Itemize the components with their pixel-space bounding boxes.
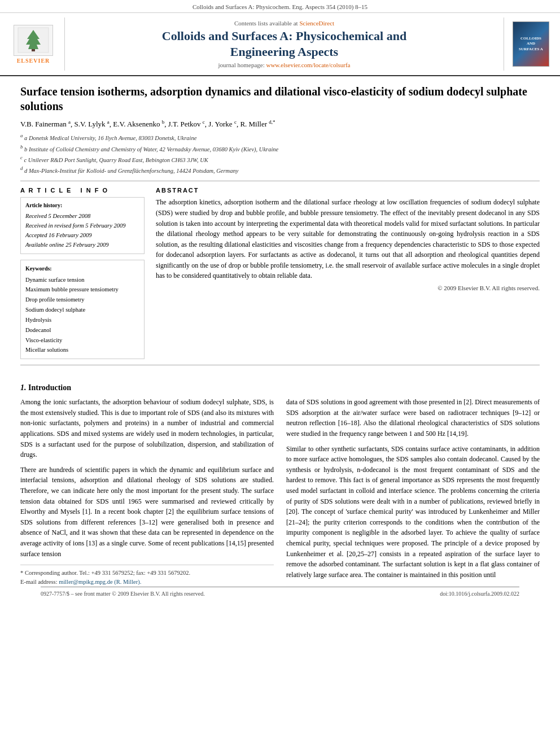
elsevier-tree-icon bbox=[17, 27, 50, 54]
journal-header: ELSEVIER Contents lists available at Sci… bbox=[0, 13, 560, 76]
revised-date: Received in revised form 5 February 2009 bbox=[25, 221, 139, 231]
keyword-4: Sodium dodecyl sulphate bbox=[25, 305, 139, 315]
keywords-heading: Keywords: bbox=[25, 264, 139, 273]
email-link[interactable]: miller@mpikg.mpg.de (R. Miller). bbox=[59, 579, 141, 585]
article-title: Surface tension isotherms, adsorption dy… bbox=[20, 84, 540, 113]
footnote-section: * Corresponding author. Tel.: +49 331 56… bbox=[20, 565, 274, 587]
divider-after-abstract bbox=[20, 365, 540, 365]
affiliation-d: d d Max-Planck-Institut für Kolloid- und… bbox=[20, 165, 540, 175]
accepted-date: Accepted 16 February 2009 bbox=[25, 231, 139, 241]
article-history-heading: Article history: bbox=[25, 201, 139, 210]
keyword-5: Hydrolysis bbox=[25, 315, 139, 325]
keyword-7: Visco-elasticity bbox=[25, 335, 139, 346]
abstract-heading: ABSTRACT bbox=[156, 187, 540, 194]
keyword-1: Dynamic surface tension bbox=[25, 275, 139, 285]
abstract-text: The adsorption kinetics, adsorption isot… bbox=[156, 197, 540, 281]
section-1-title: 1. Introduction bbox=[20, 383, 540, 392]
logo-box bbox=[14, 25, 53, 56]
affiliations: a a Donetsk Medical University, 16 Ilych… bbox=[20, 132, 540, 175]
cover-text: COLLOIDSANDSURFACES A bbox=[519, 36, 543, 51]
body-two-col: Among the ionic surfactants, the adsorpt… bbox=[20, 397, 540, 586]
intro-para-4: Similar to other synthetic surfactants, … bbox=[286, 444, 540, 580]
elsevier-logo: ELSEVIER bbox=[14, 25, 53, 64]
journal-header-left: ELSEVIER bbox=[8, 18, 59, 71]
available-date: Available online 25 February 2009 bbox=[25, 241, 139, 250]
journal-cover-image: COLLOIDSANDSURFACES A bbox=[513, 21, 549, 67]
affiliation-c: c c Unilever R&D Port Sunlight, Quarry R… bbox=[20, 154, 540, 164]
email-label: E-mail address: bbox=[20, 579, 58, 585]
footer-copyright: 0927-7757/$ – see front matter © 2009 El… bbox=[41, 591, 205, 597]
copyright-line: © 2009 Elsevier B.V. All rights reserved… bbox=[156, 285, 540, 291]
journal-header-center: Contents lists available at ScienceDirec… bbox=[64, 18, 504, 71]
journal-homepage: journal homepage: www.elsevier.com/locat… bbox=[71, 62, 498, 68]
affiliation-a: a a Donetsk Medical University, 16 Ilych… bbox=[20, 132, 540, 142]
journal-title: Colloids and Surfaces A: Physicochemical… bbox=[71, 28, 498, 59]
footer-doi: doi:10.1016/j.colsurfa.2009.02.022 bbox=[440, 591, 519, 597]
article-content: Surface tension isotherms, adsorption dy… bbox=[0, 76, 560, 379]
sciencedirect-link: Contents lists available at ScienceDirec… bbox=[71, 20, 498, 27]
article-info-abstract-section: A R T I C L E I N F O Article history: R… bbox=[20, 187, 540, 359]
divider-after-affiliations bbox=[20, 181, 540, 181]
keyword-2: Maximum bubble pressure tensiometry bbox=[25, 285, 139, 295]
intro-para-2: There are hundreds of scientific papers … bbox=[20, 465, 274, 559]
keyword-6: Dodecanol bbox=[25, 325, 139, 335]
section-1-number: 1. bbox=[20, 383, 27, 392]
keywords-block: Keywords: Dynamic surface tension Maximu… bbox=[20, 260, 145, 360]
keyword-3: Drop profile tensiometry bbox=[25, 295, 139, 305]
journal-citation: Colloids and Surfaces A: Physicochem. En… bbox=[193, 3, 368, 10]
body-col-left: Among the ionic surfactants, the adsorpt… bbox=[20, 397, 274, 586]
email-line: E-mail address: miller@mpikg.mpg.de (R. … bbox=[20, 578, 274, 587]
keyword-8: Micellar solutions bbox=[25, 345, 139, 355]
received-date: Received 5 December 2008 bbox=[25, 212, 139, 221]
page-container: Colloids and Surfaces A: Physicochem. En… bbox=[0, 0, 560, 747]
homepage-url[interactable]: www.elsevier.com/locate/colsurfa bbox=[266, 62, 350, 68]
affiliation-b: b b Institute of Colloid Chemistry and C… bbox=[20, 143, 540, 154]
svg-rect-2 bbox=[32, 49, 35, 51]
article-info-block: Article history: Received 5 December 200… bbox=[20, 197, 145, 254]
elsevier-brand-text: ELSEVIER bbox=[17, 58, 50, 64]
authors-line: V.B. Fainerman a, S.V. Lylyk a, E.V. Aks… bbox=[20, 119, 540, 129]
article-body: 1. Introduction Among the ionic surfacta… bbox=[0, 379, 560, 610]
body-col-right: data of SDS solutions in good agreement … bbox=[286, 397, 540, 586]
journal-header-right: COLLOIDSANDSURFACES A bbox=[510, 18, 552, 71]
footer-bar: 0927-7757/$ – see front matter © 2009 El… bbox=[41, 587, 519, 599]
right-col: ABSTRACT The adsorption kinetics, adsorp… bbox=[156, 187, 540, 359]
footnote-text: * Corresponding author. Tel.: +49 331 56… bbox=[20, 569, 274, 578]
sciencedirect-url[interactable]: ScienceDirect bbox=[299, 20, 334, 27]
article-info-heading: A R T I C L E I N F O bbox=[20, 187, 145, 194]
intro-para-1: Among the ionic surfactants, the adsorpt… bbox=[20, 397, 274, 460]
top-bar: Colloids and Surfaces A: Physicochem. En… bbox=[0, 0, 560, 13]
section-1-name: Introduction bbox=[28, 383, 71, 392]
intro-para-3: data of SDS solutions in good agreement … bbox=[286, 397, 540, 439]
left-col: A R T I C L E I N F O Article history: R… bbox=[20, 187, 145, 359]
